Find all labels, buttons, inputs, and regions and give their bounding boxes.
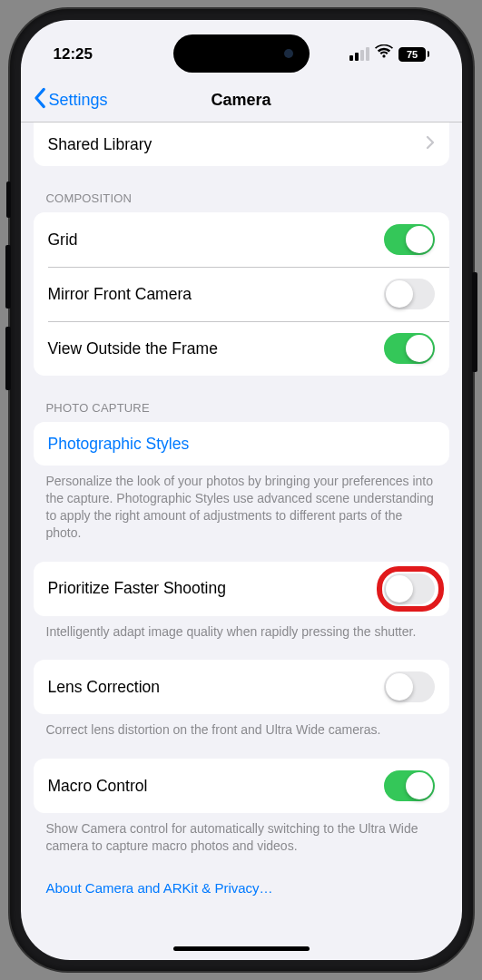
macro-control-toggle[interactable] [384,770,435,801]
status-time: 12:25 [54,45,93,64]
photographic-styles-label: Photographic Styles [48,435,190,454]
photographic-styles-footer: Personalize the look of your photos by b… [21,466,462,542]
volume-up-button [5,245,11,309]
nav-bar: Settings Camera [21,79,462,122]
grid-toggle[interactable] [384,224,435,255]
silent-switch [6,181,11,218]
cellular-icon [349,47,369,61]
shared-library-label: Shared Library [48,135,152,154]
lens-correction-label: Lens Correction [48,678,161,697]
photo-capture-header: PHOTO CAPTURE [21,401,462,422]
shared-library-card: Shared Library [34,122,449,166]
volume-down-button [5,327,11,390]
chevron-left-icon [32,87,47,113]
grid-label: Grid [48,230,78,250]
prioritize-faster-footer: Intelligently adapt image quality when r… [21,616,462,641]
composition-header: COMPOSITION [21,191,462,212]
view-outside-row: View Outside the Frame [34,321,449,376]
photographic-styles-row[interactable]: Photographic Styles [34,422,449,466]
mirror-front-label: Mirror Front Camera [48,285,192,304]
prioritize-faster-toggle[interactable] [384,573,435,604]
wifi-icon [375,44,393,64]
macro-control-label: Macro Control [48,777,148,796]
lens-correction-toggle[interactable] [384,671,435,702]
photo-capture-group: PHOTO CAPTURE Photographic Styles Person… [21,401,462,855]
screen: 12:25 75 [21,20,462,960]
home-indicator [173,946,310,951]
composition-card: Grid Mirror Front Camera View Outside th… [34,212,449,376]
view-outside-toggle[interactable] [384,333,435,364]
macro-control-row: Macro Control [34,759,449,813]
prioritize-faster-row: Prioritize Faster Shooting [34,562,449,616]
macro-control-card: Macro Control [34,759,449,813]
status-icons: 75 [349,44,429,64]
privacy-link[interactable]: About Camera and ARKit & Privacy… [46,880,437,896]
battery-icon: 75 [398,47,429,62]
lens-correction-footer: Correct lens distortion on the front and… [21,714,462,739]
prioritize-faster-label: Prioritize Faster Shooting [48,579,226,598]
back-label: Settings [49,91,108,110]
phone-frame: 12:25 75 [10,9,473,971]
composition-group: COMPOSITION Grid Mirror Front Camera Vie… [21,191,462,376]
grid-row: Grid [34,212,449,267]
macro-control-footer: Show Camera control for automatically sw… [21,813,462,855]
power-button [472,272,477,372]
prioritize-faster-card: Prioritize Faster Shooting [34,562,449,616]
lens-correction-row: Lens Correction [34,660,449,714]
chevron-right-icon [426,135,435,153]
view-outside-label: View Outside the Frame [48,339,218,358]
settings-content: Shared Library COMPOSITION Grid Mirror F… [21,122,462,923]
mirror-front-row: Mirror Front Camera [34,267,449,321]
dynamic-island [173,34,310,73]
mirror-front-toggle[interactable] [384,279,435,309]
photographic-styles-card: Photographic Styles [34,422,449,466]
back-button[interactable]: Settings [32,87,108,113]
battery-percent: 75 [407,49,418,60]
shared-library-row[interactable]: Shared Library [34,122,449,166]
page-title: Camera [211,91,271,110]
lens-correction-card: Lens Correction [34,660,449,714]
